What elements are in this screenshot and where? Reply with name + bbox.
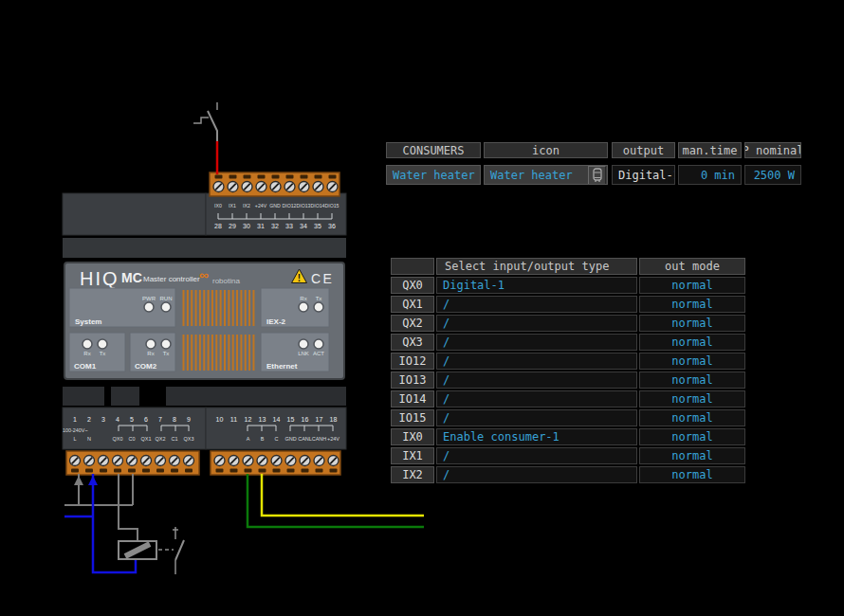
output-value-cell[interactable]: Digital-1 — [612, 165, 675, 185]
terminal-label: IX1 — [229, 203, 236, 208]
consumer-name-cell[interactable]: Water heater — [386, 165, 481, 185]
water-heater-icon[interactable] — [588, 166, 606, 185]
io-type-cell[interactable]: Digital-1 — [436, 277, 637, 294]
terminal-label: 10 — [216, 416, 224, 423]
io-row: QX0Digital-1normal — [391, 277, 747, 294]
terminal-label: 32 — [271, 223, 279, 229]
terminal-label: DIO14 — [311, 203, 325, 208]
terminal-label: CANH — [312, 436, 327, 442]
io-type-cell[interactable]: Enable consumer-1 — [436, 428, 637, 445]
io-mode-cell[interactable]: normal — [639, 334, 745, 351]
io-channel-cell: IX1 — [391, 447, 434, 464]
terminal-label: 33 — [285, 223, 293, 229]
io-mode-cell[interactable]: normal — [639, 315, 745, 332]
terminal-label: 15 — [287, 416, 295, 423]
terminal-label: DIO12 — [283, 203, 297, 208]
terminal-label: IX0 — [214, 203, 222, 208]
io-channel-cell: IX0 — [391, 428, 434, 445]
io-row: QX3/normal — [391, 334, 747, 351]
io-channel-cell: IO15 — [391, 409, 434, 426]
io-row: IO13/normal — [391, 371, 747, 389]
brand-logo: HIQ — [80, 268, 119, 289]
terminal-label: 13 — [259, 416, 266, 423]
io-mode-cell[interactable]: normal — [639, 409, 745, 426]
consumer-icon-cell[interactable]: Water heater — [484, 165, 608, 185]
terminal-label: +24V — [327, 436, 339, 442]
controller-device: HIQ MC Master controller ∞ robotina ! CE… — [63, 172, 346, 475]
terminal-label: GND — [284, 436, 296, 442]
led-label-pwr: PWR — [142, 296, 156, 301]
terminal-label: QX3 — [183, 436, 193, 442]
led-label-tx: Tx — [100, 351, 106, 356]
io-mode-cell[interactable]: normal — [639, 371, 745, 389]
terminal-label: GND — [269, 203, 281, 208]
io-type-cell[interactable]: / — [436, 334, 637, 351]
io-type-cell[interactable]: / — [436, 466, 637, 483]
io-row: IO15/normal — [391, 409, 747, 426]
io-out-mode-header-cell: out mode — [639, 258, 745, 275]
io-mode-cell[interactable]: normal — [639, 296, 745, 313]
io-mode-cell[interactable]: normal — [639, 447, 745, 464]
io-type-cell[interactable]: / — [436, 390, 637, 408]
io-type-cell[interactable]: / — [436, 409, 637, 426]
switch-symbol — [193, 102, 217, 142]
io-type-cell[interactable]: / — [436, 447, 637, 464]
terminal-label: C1 — [171, 436, 177, 442]
relay-coil-symbol — [119, 541, 156, 559]
man-time-value-cell[interactable]: 0 min — [678, 165, 742, 185]
led-label-rx: Rx — [300, 296, 306, 301]
io-mode-cell[interactable]: normal — [639, 353, 745, 370]
icon-header-cell: icon — [484, 142, 608, 158]
terminal-label: B — [261, 436, 265, 442]
io-type-cell[interactable]: / — [436, 296, 637, 313]
io-mode-cell[interactable]: normal — [639, 466, 745, 483]
terminal-label: 17 — [316, 416, 323, 423]
io-row: IO14/normal — [391, 390, 747, 408]
io-channel-cell: IO13 — [391, 371, 434, 389]
io-row: IX2/normal — [391, 466, 747, 483]
terminal-label: +24V — [255, 203, 267, 208]
io-row: QX1/normal — [391, 296, 747, 313]
terminal-label: 29 — [229, 223, 236, 229]
io-type-cell[interactable]: / — [436, 371, 637, 389]
io-channel-header-cell — [391, 258, 434, 275]
terminal-label: 30 — [243, 223, 250, 229]
terminal-label: C0 — [128, 436, 135, 442]
io-mode-cell[interactable]: normal — [639, 277, 745, 294]
terminal-label: C — [275, 436, 279, 442]
panel-ethernet-label: Ethernet — [266, 362, 298, 371]
io-channel-cell: QX2 — [391, 315, 434, 332]
io-type-cell[interactable]: / — [436, 315, 637, 332]
led-label-tx: Tx — [316, 296, 322, 301]
terminal-label: DIO13 — [297, 203, 311, 208]
terminal-label: 12 — [245, 416, 252, 423]
io-channel-cell: IX2 — [391, 466, 434, 483]
led-label-rx: Rx — [83, 351, 90, 356]
consumer-icon-label: Water heater — [490, 169, 573, 182]
led-label-lnk: LNK — [298, 351, 309, 356]
p-nominal-value-cell[interactable]: 2500 W — [744, 165, 801, 185]
terminal-label: CANL — [298, 436, 312, 442]
terminal-label: 16 — [302, 416, 309, 423]
panel-system-label: System — [75, 317, 101, 326]
io-type-cell[interactable]: / — [436, 353, 637, 370]
relay-contact-symbol — [173, 527, 184, 574]
terminal-label: DIO15 — [325, 203, 339, 208]
consumer-row: Water heater Water heater — [386, 165, 608, 185]
terminal-label: QX1 — [140, 436, 151, 442]
io-mode-cell[interactable]: normal — [639, 390, 745, 408]
ce-mark: CE — [311, 271, 334, 286]
led-label-act: ACT — [313, 351, 324, 356]
app-canvas: { "consumers_table": { "header": { "cons… — [0, 0, 844, 616]
io-channel-cell: QX3 — [391, 334, 434, 351]
panel-iex2-label: IEX-2 — [266, 317, 286, 326]
terminal-label: 9 — [187, 416, 191, 423]
io-table: Select input/output type out mode QX0Dig… — [391, 258, 747, 485]
terminal-label: 8 — [173, 416, 176, 423]
terminal-label: A — [247, 436, 250, 442]
terminal-label: 4 — [116, 416, 119, 423]
terminal-label: 7 — [158, 416, 162, 423]
panel-com1-label: COM1 — [74, 362, 97, 371]
arrow-neutral — [88, 476, 98, 485]
io-mode-cell[interactable]: normal — [639, 428, 745, 445]
